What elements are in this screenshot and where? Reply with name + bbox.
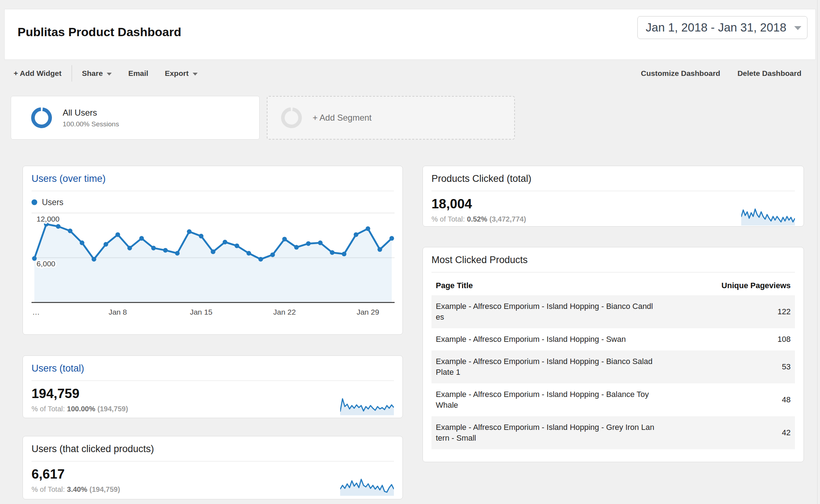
- dashboard-toolbar: + Add Widget Share Email Export Customiz…: [4, 60, 816, 87]
- page-title-cell: Example - Alfresco Emporium - Island Hop…: [431, 416, 660, 449]
- legend-dot-icon: [32, 199, 37, 205]
- percent-value: 3.40%: [67, 485, 87, 493]
- widget-title-users-clicked: Users (that clicked products): [32, 436, 394, 455]
- percent-value: 100.00%: [67, 405, 95, 413]
- metric-value: 6,617: [32, 467, 394, 482]
- percent-label: % of Total:: [32, 405, 65, 413]
- metric-percent-line: % of Total:0.52%(3,472,774): [431, 215, 795, 223]
- metric-block: 194,759 % of Total:100.00%(194,759): [32, 386, 394, 413]
- add-segment-button[interactable]: + Add Segment: [267, 96, 515, 140]
- segment-title: All Users: [63, 108, 119, 118]
- widget-title-users-over-time[interactable]: Users (over time): [32, 166, 394, 184]
- column-header-page-title: Page Title: [431, 275, 660, 295]
- chevron-down-icon: [794, 26, 801, 30]
- most-clicked-table: Page Title Unique Pageviews Example - Al…: [431, 275, 795, 449]
- add-segment-label: + Add Segment: [313, 113, 372, 123]
- svg-text:12,000: 12,000: [37, 215, 59, 223]
- page-title-cell: Example - Alfresco Emporium - Island Hop…: [431, 350, 660, 383]
- widget-most-clicked-products: Most Clicked Products Page Title Unique …: [423, 247, 804, 462]
- share-label: Share: [82, 69, 103, 78]
- date-range-selector[interactable]: Jan 1, 2018 - Jan 31, 2018: [637, 16, 807, 39]
- dashboard-header: Publitas Product Dashboard Jan 1, 2018 -…: [4, 9, 816, 60]
- widget-products-clicked: Products Clicked (total) 18,004 % of Tot…: [423, 166, 804, 227]
- metric-block: 6,617 % of Total:3.40%(194,759): [32, 467, 394, 494]
- delete-dashboard-button[interactable]: Delete Dashboard: [737, 69, 801, 78]
- date-range-label: Jan 1, 2018 - Jan 31, 2018: [646, 21, 786, 34]
- widget-title-users-total[interactable]: Users (total): [32, 356, 394, 374]
- table-row: Example - Alfresco Emporium - Island Hop…: [431, 383, 795, 416]
- percent-total: (3,472,774): [489, 215, 526, 223]
- widget-divider: [431, 272, 795, 272]
- table-header-row: Page Title Unique Pageviews: [431, 275, 795, 295]
- sparkline-chart: [340, 476, 394, 496]
- legend-label: Users: [42, 198, 63, 207]
- metric-percent-line: % of Total:100.00%(194,759): [32, 405, 394, 413]
- widget-users-clicked-products: Users (that clicked products) 6,617 % of…: [23, 436, 403, 499]
- metric-value: 194,759: [32, 386, 394, 401]
- widget-divider: [32, 191, 394, 191]
- chart-legend: Users: [32, 198, 394, 207]
- table-row: Example - Alfresco Emporium - Island Hop…: [431, 350, 795, 383]
- share-menu-button[interactable]: Share: [82, 69, 112, 78]
- percent-total: (194,759): [97, 405, 128, 413]
- widget-divider: [431, 191, 795, 191]
- widget-divider: [32, 461, 394, 461]
- email-button[interactable]: Email: [128, 69, 148, 78]
- table-row: Example - Alfresco Emporium - Island Hop…: [431, 416, 795, 449]
- segment-subtitle: 100.00% Sessions: [63, 120, 119, 128]
- page-title: Publitas Product Dashboard: [18, 25, 181, 39]
- widget-divider: [32, 381, 394, 381]
- svg-text:Jan 8: Jan 8: [108, 308, 127, 316]
- unique-pageviews-cell: 108: [660, 328, 795, 350]
- most-clicked-table-body: Example - Alfresco Emporium - Island Hop…: [431, 295, 795, 449]
- export-menu-button[interactable]: Export: [165, 69, 198, 78]
- metric-percent-line: % of Total:3.40%(194,759): [32, 485, 394, 494]
- users-over-time-chart: 12,0006,000…Jan 8Jan 15Jan 22Jan 29: [32, 209, 394, 321]
- customize-dashboard-button[interactable]: Customize Dashboard: [641, 69, 720, 78]
- unique-pageviews-cell: 122: [660, 295, 795, 328]
- export-label: Export: [165, 69, 189, 78]
- metric-value: 18,004: [431, 197, 795, 212]
- percent-value: 0.52%: [467, 215, 487, 223]
- unique-pageviews-cell: 48: [660, 383, 795, 416]
- table-row: Example - Alfresco Emporium - Island Hop…: [431, 295, 795, 328]
- widget-title-products-clicked: Products Clicked (total): [431, 166, 795, 184]
- segment-text: All Users 100.00% Sessions: [63, 108, 119, 128]
- percent-label: % of Total:: [431, 215, 465, 223]
- sparkline-chart: [340, 396, 394, 415]
- svg-text:Jan 15: Jan 15: [190, 308, 212, 316]
- chevron-down-icon: [193, 73, 198, 76]
- column-header-unique-pageviews: Unique Pageviews: [660, 275, 795, 295]
- page-title-cell: Example - Alfresco Emporium - Island Hop…: [431, 383, 660, 416]
- svg-text:6,000: 6,000: [37, 260, 56, 268]
- toolbar-right-group: Customize Dashboard Delete Dashboard: [641, 69, 806, 78]
- percent-total: (194,759): [90, 485, 120, 493]
- unique-pageviews-cell: 53: [660, 350, 795, 383]
- widget-users-total: Users (total) 194,759 % of Total:100.00%…: [23, 355, 403, 418]
- page-title-cell: Example - Alfresco Emporium - Island Hop…: [431, 295, 660, 328]
- add-widget-button[interactable]: + Add Widget: [14, 69, 62, 78]
- chevron-down-icon: [107, 73, 112, 76]
- svg-text:…: …: [32, 308, 40, 316]
- svg-text:Jan 29: Jan 29: [357, 308, 379, 316]
- widget-users-over-time: Users (over time) Users 12,0006,000…Jan …: [23, 166, 403, 335]
- line-chart: 12,0006,000…Jan 8Jan 15Jan 22Jan 29: [32, 209, 395, 320]
- unique-pageviews-cell: 42: [660, 416, 795, 449]
- toolbar-divider: [72, 65, 72, 82]
- table-row: Example - Alfresco Emporium - Island Hop…: [431, 328, 795, 350]
- page-title-cell: Example - Alfresco Emporium - Island Hop…: [431, 328, 660, 350]
- segment-all-users[interactable]: All Users 100.00% Sessions: [11, 96, 260, 140]
- segment-donut-placeholder-icon: [280, 107, 303, 129]
- svg-text:Jan 22: Jan 22: [273, 308, 296, 316]
- sparkline-chart: [741, 206, 795, 226]
- widget-title-most-clicked: Most Clicked Products: [431, 247, 795, 266]
- percent-label: % of Total:: [32, 485, 65, 493]
- metric-block: 18,004 % of Total:0.52%(3,472,774): [431, 197, 795, 223]
- segment-donut-icon: [30, 107, 53, 129]
